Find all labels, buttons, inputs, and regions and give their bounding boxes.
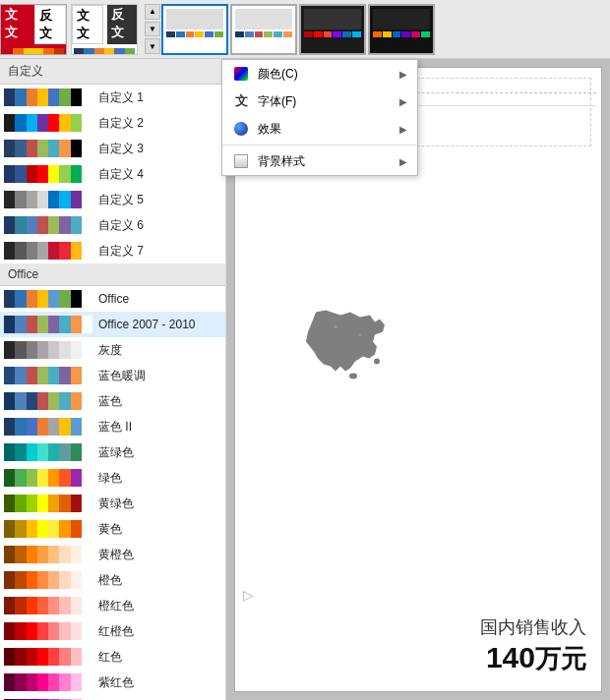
font-arrow: ▶ <box>399 96 407 107</box>
color-icon <box>232 65 250 83</box>
menu-divider <box>222 145 417 146</box>
left-panel: 自定义 自定义 1自定义 2自定义 3自定义 4自定义 5自定义 6自定义 7 … <box>0 59 226 700</box>
effect-label: 效果 <box>258 121 392 138</box>
toolbar: 文文 反文 文文 反文 <box>0 0 610 59</box>
scroll-up-button[interactable]: ▲ <box>145 4 160 20</box>
effect-icon <box>232 120 250 138</box>
custom-list-item[interactable]: 自定义 4 <box>0 161 225 187</box>
menu-item-effect[interactable]: 效果 ▶ <box>222 115 417 143</box>
custom-items-list: 自定义 1自定义 2自定义 3自定义 4自定义 5自定义 6自定义 7 <box>0 85 225 263</box>
theme-card-light[interactable]: 文文 反文 <box>71 4 138 55</box>
svg-point-2 <box>358 333 361 336</box>
slide-unit: 万元 <box>535 644 586 673</box>
svg-point-0 <box>374 359 380 365</box>
card-label-bottom: 反文 <box>34 5 66 44</box>
background-label: 背景样式 <box>258 153 392 170</box>
scroll-more-button[interactable]: ▼ <box>145 38 160 54</box>
office-list-item[interactable]: Office 2007 - 2010 <box>0 312 225 337</box>
card-label-top: 文文 <box>1 5 30 44</box>
office-list-item[interactable]: 橙红色 <box>0 593 225 618</box>
menu-item-font[interactable]: 文 字体(F) ▶ <box>222 88 417 115</box>
slide-value: 140 <box>486 641 535 673</box>
slide-left-arrow: ▷ <box>243 587 254 603</box>
office-list-item[interactable]: 紫红色 <box>0 670 225 695</box>
office-list-item[interactable]: 红色 <box>0 644 225 670</box>
custom-list-item[interactable]: 自定义 1 <box>0 85 225 110</box>
slide-title: 国内销售收入 <box>480 615 586 639</box>
card-label-top2: 文文 <box>72 5 103 44</box>
toolbar-left: 文文 反文 文文 反文 <box>0 4 138 54</box>
theme-thumb-4[interactable] <box>368 4 435 55</box>
office-list-item[interactable]: 黄绿色 <box>0 491 225 516</box>
background-arrow: ▶ <box>399 156 407 167</box>
color-label: 颜色(C) <box>258 66 392 83</box>
card-label-bottom2: 反文 <box>107 5 137 44</box>
office-list-item[interactable]: 绿色 <box>0 465 225 491</box>
svg-point-3 <box>334 325 336 328</box>
toolbar-scroll: ▲ ▼ ▼ <box>144 4 161 54</box>
font-icon: 文 <box>232 92 250 110</box>
office-list-item[interactable]: 蓝绿色 <box>0 439 225 465</box>
theme-thumb-3[interactable] <box>299 4 366 55</box>
office-list-item[interactable]: 黄色 <box>0 516 225 542</box>
custom-section-header: 自定义 <box>0 59 225 85</box>
office-section-header: Office <box>0 263 225 286</box>
effect-arrow: ▶ <box>399 124 407 135</box>
dropdown-menu: 颜色(C) ▶ 文 字体(F) ▶ 效果 ▶ 背景样式 ▶ <box>221 59 418 176</box>
menu-item-color[interactable]: 颜色(C) ▶ <box>222 60 417 88</box>
china-map <box>296 308 395 389</box>
office-list-item[interactable]: 蓝色 II <box>0 414 225 439</box>
office-list-item[interactable]: 黄橙色 <box>0 542 225 567</box>
slide-value-row: 140万元 <box>480 641 586 676</box>
custom-list-item[interactable]: 自定义 6 <box>0 212 225 238</box>
main-area: 自定义 自定义 1自定义 2自定义 3自定义 4自定义 5自定义 6自定义 7 … <box>0 59 610 700</box>
scroll-down-button[interactable]: ▼ <box>145 22 160 37</box>
custom-list-item[interactable]: 自定义 2 <box>0 110 225 136</box>
font-label: 字体(F) <box>258 93 392 110</box>
office-list-item[interactable]: 紫罗兰色 <box>0 695 225 700</box>
office-list-item[interactable]: Office <box>0 286 225 312</box>
theme-thumb-2[interactable] <box>230 4 297 55</box>
office-list-item[interactable]: 蓝色暖调 <box>0 363 225 388</box>
menu-item-background[interactable]: 背景样式 ▶ <box>222 147 417 175</box>
theme-thumbnails <box>161 4 606 54</box>
custom-list-item[interactable]: 自定义 7 <box>0 238 225 263</box>
office-list-item[interactable]: 蓝色 <box>0 388 225 414</box>
office-list-item[interactable]: 橙色 <box>0 567 225 593</box>
theme-thumb-1[interactable] <box>161 4 228 55</box>
office-items-list: OfficeOffice 2007 - 2010灰度蓝色暖调蓝色蓝色 II蓝绿色… <box>0 286 225 700</box>
office-list-item[interactable]: 灰度 <box>0 337 225 363</box>
svg-point-1 <box>349 374 357 379</box>
office-list-item[interactable]: 红橙色 <box>0 618 225 644</box>
slide-text-area: 国内销售收入 140万元 <box>480 615 586 676</box>
background-icon <box>232 152 250 170</box>
custom-list-item[interactable]: 自定义 3 <box>0 136 225 161</box>
theme-card-dark[interactable]: 文文 反文 <box>0 4 67 55</box>
custom-list-item[interactable]: 自定义 5 <box>0 187 225 212</box>
color-arrow: ▶ <box>399 69 407 80</box>
